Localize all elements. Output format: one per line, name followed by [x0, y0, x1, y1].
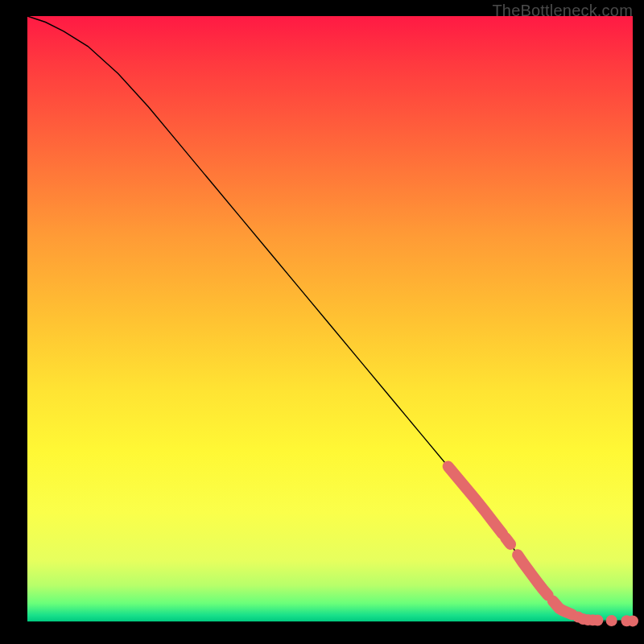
highlight-segments	[448, 466, 572, 614]
chart-frame: TheBottleneck.com	[0, 0, 644, 644]
plot-area	[27, 16, 633, 621]
chart-svg	[27, 16, 633, 621]
data-point	[627, 615, 638, 626]
bottom-dot-cluster	[572, 612, 638, 627]
watermark-text: TheBottleneck.com	[492, 2, 633, 20]
bottleneck-curve	[27, 16, 633, 621]
data-point	[606, 615, 617, 626]
highlight-segment	[518, 555, 548, 595]
data-point	[592, 615, 603, 626]
highlight-segment	[553, 601, 572, 614]
highlight-segment	[506, 538, 510, 544]
highlight-segment	[448, 466, 503, 534]
